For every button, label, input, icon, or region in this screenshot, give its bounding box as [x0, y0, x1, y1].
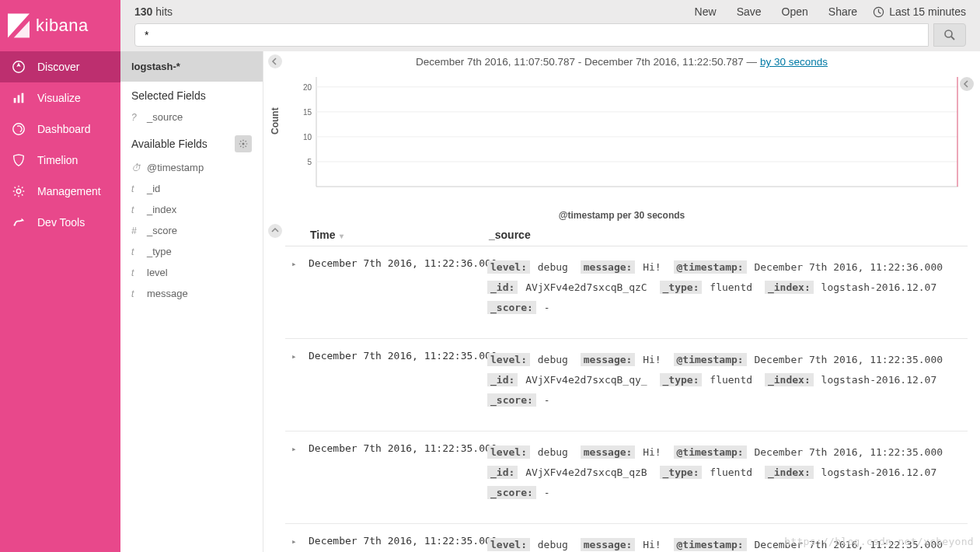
doc-row: ▸December 7th 2016, 11:22:35.000level: d… — [285, 339, 968, 431]
query-input[interactable] — [134, 23, 929, 47]
svg-line-11 — [951, 37, 954, 40]
field-item-message[interactable]: tmessage — [120, 283, 263, 304]
time-range-caption: December 7th 2016, 11:07:50.787 - Decemb… — [263, 51, 980, 72]
field-key: level: — [487, 260, 530, 274]
field-key: _id: — [487, 281, 518, 294]
expand-row-button[interactable]: ▸ — [291, 535, 302, 547]
sidenav-label: Discover — [37, 61, 79, 73]
field-item-level[interactable]: tlevel — [120, 262, 263, 283]
field-value: - — [544, 487, 550, 498]
field-name: _source — [147, 111, 183, 123]
sidenav-item-dashboard[interactable]: Dashboard — [0, 114, 120, 145]
field-name: _score — [147, 225, 177, 236]
field-item--source[interactable]: ?_source — [120, 107, 263, 128]
sidenav-item-timelion[interactable]: Timelion — [0, 145, 120, 176]
field-key: _score: — [487, 393, 536, 407]
sidenav-item-visualize[interactable]: Visualize — [0, 82, 120, 114]
field-value: - — [544, 302, 550, 313]
field-type-icon: t — [131, 267, 141, 278]
field-name: level — [147, 267, 168, 278]
field-name: _type — [147, 246, 172, 257]
document-table: Time ▾ _source ▸December 7th 2016, 11:22… — [263, 221, 980, 552]
hit-count-number: 130 — [134, 5, 152, 18]
field-item--timestamp[interactable]: ⏱@timestamp — [120, 157, 263, 178]
topbar: 130 hits New Save Open Share Last 15 min… — [120, 0, 980, 23]
header-time[interactable]: Time ▾ — [310, 229, 489, 241]
share-button[interactable]: Share — [828, 5, 857, 18]
index-pattern-selector[interactable]: logstash-* — [120, 51, 263, 82]
doc-source: level: debug message: Hi! @timestamp: De… — [487, 442, 961, 503]
sidenav-item-discover[interactable]: Discover — [0, 51, 120, 82]
open-button[interactable]: Open — [782, 5, 808, 18]
interval-link[interactable]: by 30 seconds — [760, 56, 828, 68]
field-key: _index: — [765, 281, 814, 294]
field-value: Hi! — [643, 446, 661, 458]
field-type-icon: t — [131, 288, 141, 299]
new-button[interactable]: New — [695, 5, 717, 18]
field-item--id[interactable]: t_id — [120, 178, 263, 199]
svg-text:20: 20 — [303, 83, 312, 92]
expand-row-button[interactable]: ▸ — [291, 350, 302, 362]
svg-text:5: 5 — [307, 158, 312, 166]
svg-rect-3 — [14, 98, 16, 103]
field-value: debug — [538, 446, 568, 458]
field-value: AVjXFv4e2d7sxcqB_qy_ — [525, 374, 647, 386]
field-item--score[interactable]: #_score — [120, 220, 263, 241]
field-value: - — [544, 394, 550, 406]
selected-fields-title: Selected Fields — [120, 82, 263, 107]
gear-icon — [239, 139, 248, 148]
field-key: level: — [487, 538, 530, 551]
field-key: level: — [487, 353, 530, 366]
expand-row-button[interactable]: ▸ — [291, 257, 302, 269]
field-type-icon: ? — [131, 112, 141, 123]
kibana-logo-icon — [8, 13, 30, 38]
field-key: _index: — [765, 373, 814, 386]
discover-icon — [11, 59, 26, 75]
svg-point-10 — [945, 30, 952, 37]
results-panel: December 7th 2016, 11:07:50.787 - Decemb… — [263, 51, 980, 552]
timelion-icon — [11, 152, 26, 168]
field-key: message: — [581, 445, 636, 459]
sidenav-item-dev-tools[interactable]: Dev Tools — [0, 207, 120, 238]
field-value: debug — [538, 261, 568, 273]
svg-point-6 — [13, 124, 24, 135]
doc-row: ▸December 7th 2016, 11:22:36.000level: d… — [285, 246, 968, 339]
brand-name: kibana — [36, 16, 89, 36]
field-name: @timestamp — [147, 162, 204, 173]
field-value: AVjXFv4e2d7sxcqB_qzC — [525, 281, 647, 293]
doc-time: December 7th 2016, 11:22:35.000 — [309, 442, 481, 454]
field-item--index[interactable]: t_index — [120, 199, 263, 220]
doc-table-header: Time ▾ _source — [285, 224, 968, 246]
save-button[interactable]: Save — [737, 5, 762, 18]
brand-logo[interactable]: kibana — [0, 0, 120, 51]
doc-source: level: debug message: Hi! @timestamp: De… — [487, 257, 961, 318]
field-value: logstash-2016.12.07 — [821, 466, 937, 478]
svg-text:15: 15 — [303, 108, 312, 117]
field-value: Hi! — [643, 354, 661, 365]
field-key: _type: — [660, 281, 703, 294]
field-value: December 7th 2016, 11:22:35.000 — [754, 354, 943, 365]
chart-ylabel: Count — [270, 107, 281, 135]
svg-point-7 — [16, 189, 20, 193]
hit-count: 130 hits — [134, 5, 679, 18]
field-value: AVjXFv4e2d7sxcqB_qzB — [525, 466, 647, 478]
field-settings-button[interactable] — [235, 135, 252, 152]
field-key: _score: — [487, 486, 536, 499]
collapse-chart-button[interactable] — [268, 224, 282, 238]
expand-row-button[interactable]: ▸ — [291, 442, 302, 454]
chart-next-button[interactable] — [960, 77, 974, 91]
histogram-svg: 510152011:09:0011:10:0011:11:0011:12:001… — [295, 72, 963, 208]
sidenav-label: Timelion — [37, 154, 78, 166]
sidenav-label: Visualize — [37, 92, 81, 104]
collapse-left-button[interactable] — [268, 54, 282, 68]
field-name: message — [147, 288, 188, 299]
sidenav-item-management[interactable]: Management — [0, 176, 120, 207]
sidenav-label: Dashboard — [37, 123, 91, 135]
header-source[interactable]: _source — [489, 229, 961, 241]
sidenav-label: Management — [37, 185, 101, 197]
field-item--type[interactable]: t_type — [120, 241, 263, 262]
time-picker[interactable]: Last 15 minutes — [873, 5, 966, 18]
field-type-icon: # — [131, 225, 141, 236]
search-button[interactable] — [933, 23, 966, 47]
field-key: _id: — [487, 373, 518, 386]
